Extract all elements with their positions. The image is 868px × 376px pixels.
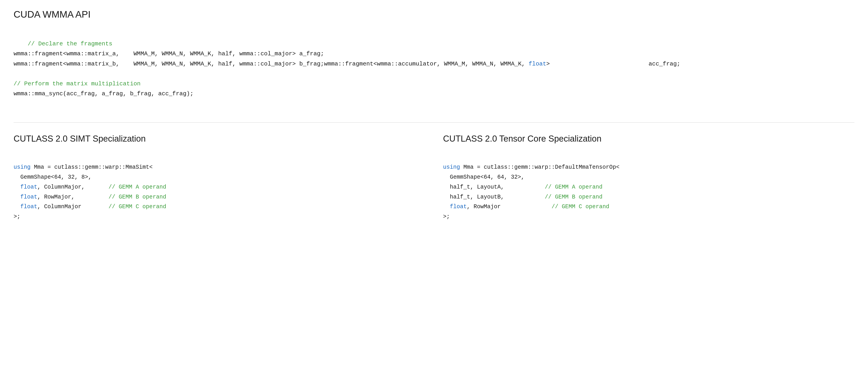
simt-title: CUTLASS 2.0 SIMT Specialization (13, 134, 425, 144)
simt-line5-comment: // GEMM C operand (108, 203, 166, 210)
tensor-line4-comment: // GEMM B operand (545, 194, 602, 200)
simt-section: CUTLASS 2.0 SIMT Specialization using Mm… (13, 134, 425, 232)
tensor-line5-keyword: float (443, 203, 467, 210)
page-title: CUDA WMMA API (13, 9, 855, 20)
tensor-line2: GemmShape<64, 64, 32>, (443, 174, 525, 180)
fragment-line3-pre: wmma::fragment<wmma::accumulator, WMMA_M… (324, 61, 529, 67)
simt-line4-comment: // GEMM B operand (108, 194, 166, 200)
tensor-core-title: CUTLASS 2.0 Tensor Core Specialization (443, 134, 855, 144)
tensor-line5-post: , RowMajor (467, 203, 552, 210)
tensor-core-code-block: using Mma = cutlass::gemm::warp::Default… (443, 153, 855, 232)
simt-code-block: using Mma = cutlass::gemm::warp::MmaSimt… (13, 153, 425, 232)
two-col-section: CUTLASS 2.0 SIMT Specialization using Mm… (13, 134, 855, 232)
tensor-line1-post: Mma = cutlass::gemm::warp::DefaultMmaTen… (460, 164, 620, 171)
tensor-line3-pre: half_t, LayoutA, (443, 184, 545, 191)
cuda-wmma-section: CUDA WMMA API // Declare the fragments w… (13, 9, 855, 109)
simt-line4-keyword: float (13, 194, 37, 200)
simt-line1-post: Mma = cutlass::gemm::warp::MmaSimt< (31, 164, 153, 171)
simt-line2: GemmShape<64, 32, 8>, (13, 174, 92, 180)
fragment-line3-keyword: float (529, 61, 546, 67)
tensor-line4-pre: half_t, LayoutB, (443, 194, 545, 200)
simt-line3-comment: // GEMM A operand (108, 184, 166, 191)
fragment-line3-post: > acc_frag; (546, 61, 680, 67)
simt-using-keyword: using (13, 164, 31, 171)
simt-line3-keyword: float (13, 184, 37, 191)
tensor-core-section: CUTLASS 2.0 Tensor Core Specialization u… (443, 134, 855, 232)
simt-line3-post: , ColumnMajor, (37, 184, 108, 191)
simt-line5-post: , ColumnMajor (37, 203, 108, 210)
tensor-line3-comment: // GEMM A operand (545, 184, 602, 191)
cuda-code-block: // Declare the fragments wmma::fragment<… (13, 29, 855, 109)
simt-line4-post: , RowMajor, (37, 194, 108, 200)
fragment-line1: wmma::fragment<wmma::matrix_a, WMMA_M, W… (13, 50, 324, 57)
fragment-line2: wmma::fragment<wmma::matrix_b, WMMA_M, W… (13, 61, 324, 67)
tensor-line5-comment: // GEMM C operand (552, 203, 609, 210)
mma-sync-line: wmma::mma_sync(acc_frag, a_frag, b_frag,… (13, 90, 193, 97)
simt-line5-keyword: float (13, 203, 37, 210)
declare-fragments-comment: // Declare the fragments (28, 40, 112, 47)
tensor-line6: >; (443, 213, 450, 220)
simt-line6: >; (13, 213, 20, 220)
tensor-using-keyword: using (443, 164, 460, 171)
perform-multiply-comment: // Perform the matrix multiplication (13, 80, 141, 87)
